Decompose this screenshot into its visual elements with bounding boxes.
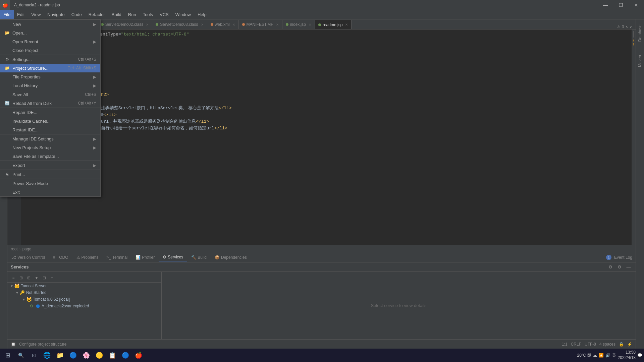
taskbar-app3[interactable]: 📋 <box>106 349 118 361</box>
breadcrumb-page[interactable]: page <box>22 247 32 251</box>
taskbar-edge[interactable]: 🌐 <box>41 349 53 361</box>
menu-tools[interactable]: Tools <box>140 10 156 19</box>
menu-open[interactable]: 📂 Open... <box>0 28 100 37</box>
group-btn[interactable]: ⊞ <box>25 275 32 281</box>
filter2-btn[interactable]: ⊟ <box>41 275 48 281</box>
menu-refactor[interactable]: Refactor <box>85 10 108 19</box>
tab-close[interactable]: ✕ <box>201 23 204 26</box>
tab-close[interactable]: ✕ <box>232 23 235 26</box>
menu-save-all[interactable]: Save All Ctrl+S <box>0 90 100 99</box>
breadcrumb-root[interactable]: root <box>11 247 18 251</box>
menu-restart[interactable]: Restart IDE... <box>0 125 100 134</box>
panel-settings-btn[interactable]: ⚙ <box>607 263 614 271</box>
menu-help[interactable]: Help <box>194 10 210 19</box>
event-log-label[interactable]: Event Log <box>614 255 632 260</box>
tab-profiler[interactable]: 📊 Profiler <box>131 254 159 261</box>
tree-node-not-started[interactable]: ▼ 🔑 Not Started <box>7 289 161 296</box>
lang-switch[interactable]: 英 <box>612 353 616 358</box>
war-icon: ⚙ <box>29 303 34 309</box>
scrollbar-thumb[interactable] <box>633 31 634 38</box>
tab-close[interactable]: ✕ <box>345 23 348 26</box>
tomcat-version-label: Tomcat 9.0.62 [local] <box>33 297 70 302</box>
right-panel-tabs: Database Maven <box>636 19 644 349</box>
menu-project-structure[interactable]: 📁 Project Structure... Ctrl+Alt+Shift+S <box>0 64 100 72</box>
menu-edit[interactable]: Edit <box>14 10 28 19</box>
tree-node-tomcat-server[interactable]: ▼ 🐱 Tomcat Server <box>7 283 161 289</box>
menu-window[interactable]: Window <box>172 10 194 19</box>
menu-navigate[interactable]: Navigate <box>44 10 68 19</box>
menu-close-project[interactable]: Close Project <box>0 46 100 55</box>
tab-servletdemo02[interactable]: ServletDemo02.class ✕ <box>98 20 152 29</box>
menu-vcs[interactable]: VCS <box>156 10 172 19</box>
tab-close[interactable]: ✕ <box>309 23 311 26</box>
expand-all-btn[interactable]: ⊞ <box>18 275 24 281</box>
right-tab-database[interactable]: Database <box>637 23 643 43</box>
menu-save-template[interactable]: Save File as Template... <box>0 152 100 161</box>
taskbar-intellij[interactable]: 🍎 <box>132 349 145 361</box>
tab-dot <box>156 23 158 26</box>
taskbar-app2[interactable]: 🟡 <box>93 349 105 361</box>
menu-exit[interactable]: Exit <box>0 188 100 196</box>
tab-services[interactable]: ⚙ Services <box>159 253 187 261</box>
menu-power-save[interactable]: Power Save Mode <box>0 179 100 188</box>
menu-new-projects-setup[interactable]: New Projects Setup ▶ <box>0 143 100 152</box>
tab-manifestmf[interactable]: MANIFEST.MF ✕ <box>239 20 282 29</box>
menu-export[interactable]: Export ▶ <box>0 161 100 170</box>
menu-manage-settings[interactable]: Manage IDE Settings ▶ <box>0 134 100 143</box>
tab-close[interactable]: ✕ <box>146 23 149 26</box>
maximize-button[interactable]: ❐ <box>613 0 629 10</box>
tomcat-server-label: Tomcat Server <box>21 284 47 288</box>
tab-servletdemo03[interactable]: ServletDemo03.class ✕ <box>152 20 207 29</box>
war-label: A_demacia2:war exploded <box>42 304 89 308</box>
menu-local-history[interactable]: Local History ▶ <box>0 81 100 90</box>
tab-problems[interactable]: ⚠ Problems <box>72 254 103 261</box>
key-icon: 🔑 <box>20 290 25 295</box>
search-icon[interactable]: 🔍 <box>15 349 27 361</box>
menu-repair[interactable]: Repair IDE... <box>0 108 100 117</box>
taskbar-app1[interactable]: 🌸 <box>80 349 92 361</box>
tree-node-tomcat-version[interactable]: ▼ 🐱 Tomcat 9.0.62 [local] <box>7 296 161 303</box>
tab-todo[interactable]: ≡ TODO <box>49 254 72 261</box>
windows-start-button[interactable]: ⊞ <box>2 349 14 361</box>
code-content[interactable]: <%@ page language="java" contentType="te… <box>21 29 632 245</box>
tab-close[interactable]: ✕ <box>276 23 279 26</box>
tab-version-control[interactable]: ⎇ Version Control <box>7 254 49 261</box>
menu-print[interactable]: 🖨 Print... <box>0 170 100 179</box>
code-editor: 12345 678910 1112131415 161718 <%@ page … <box>7 29 636 245</box>
menu-reload[interactable]: 🔄 Reload All from Disk Ctrl+Alt+Y <box>0 99 100 108</box>
tab-readmejsp[interactable]: readme.jsp ✕ <box>315 20 352 29</box>
close-button[interactable]: ✕ <box>629 0 644 10</box>
menu-invalidate[interactable]: Invalidate Caches... <box>0 117 100 125</box>
code-line-3: <!DOCTYPE html> <box>24 45 628 51</box>
minimize-button[interactable]: — <box>598 0 613 10</box>
tree-node-war[interactable]: ⚙ 🔵 A_demacia2:war exploded <box>7 303 161 309</box>
menu-file-properties[interactable]: File Properties ▶ <box>0 72 100 81</box>
menu-code[interactable]: Code <box>68 10 85 19</box>
taskbar-files[interactable]: 📁 <box>54 349 66 361</box>
panel-gear-btn[interactable]: ⚙ <box>616 263 623 271</box>
tab-webxml[interactable]: web.xml ✕ <box>207 20 239 29</box>
menu-view[interactable]: View <box>28 10 44 19</box>
right-tab-maven[interactable]: Maven <box>637 53 643 69</box>
menu-new[interactable]: New ▶ <box>0 20 100 28</box>
taskbar-browser[interactable]: 🔵 <box>67 349 79 361</box>
warning-count: ⚠ 3 ∧ ∨ <box>617 24 632 29</box>
notification-icon[interactable]: 💬 <box>637 353 642 358</box>
menu-build[interactable]: Build <box>108 10 125 19</box>
taskview-icon[interactable]: ⊡ <box>28 349 40 361</box>
tab-dependencies[interactable]: 📦 Dependencies <box>211 254 251 261</box>
taskbar-app4[interactable]: 🔵 <box>119 349 131 361</box>
menu-settings[interactable]: ⚙ Settings... Ctrl+Alt+S <box>0 55 100 64</box>
menu-file[interactable]: File <box>0 10 14 19</box>
menu-run[interactable]: Run <box>125 10 140 19</box>
tab-dot <box>242 23 245 26</box>
add-btn[interactable]: + <box>49 275 55 281</box>
tab-indexjsp[interactable]: index.jsp ✕ <box>282 20 315 29</box>
collapse-all-btn[interactable]: ≡ <box>10 275 17 281</box>
services-icon: ⚙ <box>163 255 166 259</box>
filter-btn[interactable]: ▼ <box>33 275 40 281</box>
panel-minimize-btn[interactable]: — <box>625 263 632 271</box>
tab-build[interactable]: 🔨 Build <box>187 254 211 261</box>
menu-open-recent[interactable]: Open Recent ▶ <box>0 37 100 46</box>
tab-terminal[interactable]: >_ Terminal <box>102 254 131 261</box>
